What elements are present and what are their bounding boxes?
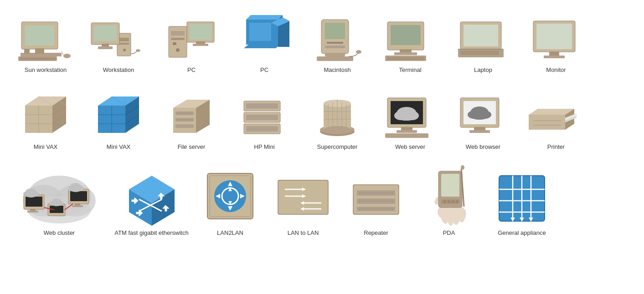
svg-rect-53: [394, 52, 417, 55]
svg-rect-64: [536, 24, 572, 49]
svg-point-133: [470, 112, 489, 120]
svg-rect-149: [26, 197, 42, 207]
svg-rect-101: [246, 115, 278, 120]
svg-point-123: [397, 113, 417, 121]
svg-rect-134: [474, 127, 485, 131]
svg-rect-135: [469, 130, 490, 133]
item-pda[interactable]: PDA: [412, 158, 485, 240]
svg-rect-12: [119, 38, 129, 41]
main-grid: Sun workstation: [0, 0, 644, 244]
svg-point-20: [136, 49, 140, 52]
printer-label: Printer: [547, 143, 565, 150]
svg-point-227: [461, 165, 464, 170]
item-supercomputer[interactable]: Supercomputer: [301, 81, 374, 154]
item-web-cluster[interactable]: Web cluster: [9, 158, 109, 240]
repeater-label: Repeater: [364, 229, 388, 236]
svg-rect-29: [190, 24, 211, 40]
svg-rect-26: [173, 42, 176, 45]
svg-rect-66: [544, 56, 565, 58]
svg-rect-126: [385, 133, 428, 138]
item-repeater[interactable]: Repeater: [340, 158, 412, 240]
svg-rect-93: [175, 124, 194, 128]
svg-rect-4: [25, 25, 54, 46]
svg-rect-19: [98, 46, 113, 49]
terminal-label: Terminal: [399, 66, 421, 73]
svg-rect-58: [464, 25, 498, 46]
svg-rect-51: [391, 25, 421, 45]
svg-rect-98: [246, 103, 278, 109]
monitor-label: Monitor: [546, 66, 566, 73]
general-appliance-label: General appliance: [498, 229, 546, 236]
svg-marker-33: [246, 15, 283, 20]
item-atm-switch[interactable]: ATM fast gigabit etherswitch: [109, 158, 194, 240]
svg-point-162: [70, 188, 81, 192]
svg-point-25: [176, 48, 180, 52]
item-file-server[interactable]: File server: [155, 81, 228, 154]
item-macintosh[interactable]: Macintosh: [301, 5, 374, 77]
item-lan2lan[interactable]: LAN2LAN: [194, 158, 267, 240]
svg-rect-31: [193, 44, 208, 46]
svg-rect-52: [400, 49, 412, 53]
svg-rect-24: [171, 38, 185, 40]
item-printer[interactable]: Printer: [520, 81, 592, 154]
item-pc-blue[interactable]: PC: [228, 5, 301, 77]
item-pc-beige[interactable]: PC: [155, 5, 228, 77]
svg-rect-23: [171, 31, 185, 35]
svg-point-222: [443, 200, 446, 203]
svg-rect-125: [397, 130, 417, 133]
laptop-label: Laptop: [474, 66, 492, 73]
supercomputer-label: Supercomputer: [317, 143, 358, 150]
web-cluster-label: Web cluster: [44, 229, 75, 236]
svg-rect-46: [325, 53, 345, 56]
svg-rect-65: [549, 51, 559, 56]
pda-label: PDA: [443, 229, 455, 236]
svg-rect-43: [325, 23, 345, 39]
item-general-appliance[interactable]: General appliance: [485, 158, 558, 240]
svg-rect-9: [20, 57, 56, 60]
svg-rect-55: [387, 57, 424, 60]
item-laptop[interactable]: Laptop: [447, 5, 520, 77]
web-server-label: Web server: [395, 143, 425, 150]
atm-switch-label: ATM fast gigabit etherswitch: [114, 229, 188, 236]
svg-point-171: [52, 203, 61, 206]
svg-rect-124: [401, 127, 412, 131]
macintosh-label: Macintosh: [324, 66, 350, 73]
item-mini-vax-beige[interactable]: Mini VAX: [9, 81, 82, 154]
svg-marker-35: [249, 23, 275, 41]
svg-point-225: [456, 200, 459, 203]
pc-blue-label: PC: [260, 66, 268, 73]
svg-point-153: [26, 193, 36, 198]
row-3: Web cluster: [9, 158, 635, 240]
item-terminal[interactable]: Terminal: [374, 5, 447, 77]
svg-rect-155: [27, 211, 38, 213]
item-hp-mini[interactable]: HP Mini: [228, 81, 301, 154]
svg-rect-164: [72, 205, 83, 207]
svg-rect-60: [460, 51, 499, 55]
item-workstation[interactable]: Workstation: [82, 5, 155, 77]
pc-beige-label: PC: [187, 66, 196, 73]
svg-rect-158: [70, 191, 87, 201]
workstation-label: Workstation: [103, 66, 134, 73]
svg-point-14: [123, 49, 126, 51]
svg-rect-13: [119, 43, 129, 45]
mini-vax-blue-label: Mini VAX: [107, 143, 131, 150]
file-server-label: File server: [178, 143, 206, 150]
item-mini-vax-blue[interactable]: Mini VAX: [82, 81, 155, 154]
svg-rect-17: [94, 25, 117, 41]
item-lan-to-lan[interactable]: LAN to LAN: [267, 158, 340, 240]
svg-rect-5: [35, 48, 44, 54]
item-sun-workstation[interactable]: Sun workstation: [9, 5, 82, 77]
item-monitor[interactable]: Monitor: [520, 5, 592, 77]
svg-rect-44: [327, 42, 343, 44]
web-browser-label: Web browser: [466, 143, 500, 150]
svg-rect-104: [246, 126, 278, 132]
lan2lan-label: LAN2LAN: [217, 229, 243, 236]
svg-rect-45: [325, 46, 345, 48]
svg-line-7: [62, 51, 63, 55]
item-web-server[interactable]: Web server: [374, 81, 447, 154]
sun-workstation-label: Sun workstation: [25, 66, 67, 73]
row-1: Sun workstation: [9, 5, 635, 77]
item-web-browser[interactable]: Web browser: [447, 81, 520, 154]
mini-vax-beige-label: Mini VAX: [34, 143, 58, 150]
svg-marker-40: [271, 23, 278, 47]
